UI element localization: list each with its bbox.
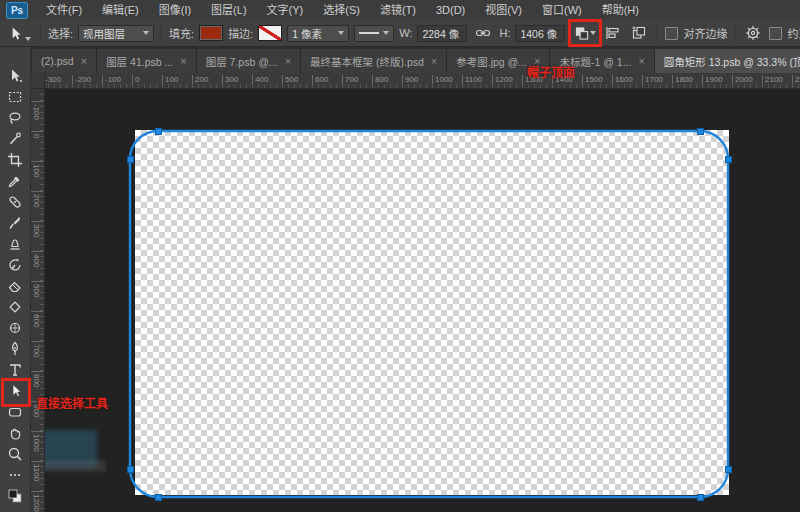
path-operations-button[interactable] — [574, 23, 596, 43]
tool-icon — [7, 68, 23, 84]
menu-item[interactable]: 帮助(H) — [592, 0, 649, 20]
path-anchor-point[interactable] — [155, 494, 162, 501]
hand-tool[interactable] — [0, 422, 30, 443]
crop-tool[interactable] — [0, 149, 30, 170]
tool-options-bar: 选择: 现用图层 填充: 描边: 1 像素 W: 2284 像 H: 1406 … — [0, 20, 800, 47]
path-anchor-point[interactable] — [697, 494, 704, 501]
menu-item[interactable]: 3D(D) — [426, 0, 475, 20]
path-anchor-point[interactable] — [725, 466, 732, 473]
ruler-tick-label: 800 — [32, 371, 41, 387]
align-edges-checkbox[interactable] — [665, 27, 678, 40]
align-edges-label: 对齐边缘 — [683, 25, 727, 41]
path-anchor-point[interactable] — [127, 466, 134, 473]
chevron-down-icon — [383, 31, 389, 35]
link-dimensions-button[interactable] — [472, 23, 494, 43]
foreground-background-swatches[interactable] — [0, 485, 30, 506]
fill-color-swatch[interactable] — [199, 25, 223, 41]
canvas-transparency-checkerboard[interactable] — [135, 130, 729, 495]
stroke-width-value: 1 像素 — [292, 26, 322, 41]
ruler-tick-label: 800 — [372, 75, 388, 85]
ruler-tick-label: 1800 — [672, 75, 693, 85]
close-icon[interactable]: × — [180, 55, 186, 67]
menu-bar: Ps 文件(F)编辑(E)图像(I)图层(L)文字(Y)选择(S)滤镜(T)3D… — [0, 0, 800, 21]
path-anchor-point[interactable] — [697, 128, 704, 135]
ruler-tick-label: 700 — [32, 341, 41, 357]
geometry-options-button[interactable] — [742, 23, 764, 43]
tool-icon — [7, 215, 23, 231]
zoom-tool[interactable] — [0, 443, 30, 464]
photoshop-logo[interactable]: Ps — [6, 2, 28, 19]
menu-item[interactable]: 选择(S) — [313, 0, 370, 20]
path-alignment-button[interactable] — [601, 23, 623, 43]
menu-item[interactable]: 编辑(E) — [92, 0, 149, 20]
ruler-tick-label: 1200 — [492, 75, 513, 85]
current-tool-button[interactable] — [6, 26, 33, 41]
horizontal-ruler[interactable]: -300-200-1000100200300400500600700800900… — [30, 73, 800, 89]
direct-selection-tool[interactable] — [0, 380, 30, 401]
shape-height-input[interactable]: 1406 像 — [515, 25, 565, 42]
menu-items: 文件(F)编辑(E)图像(I)图层(L)文字(Y)选择(S)滤镜(T)3D(D)… — [36, 0, 649, 20]
history-brush-tool[interactable] — [0, 254, 30, 275]
dodge-tool[interactable] — [0, 317, 30, 338]
close-icon[interactable]: × — [638, 55, 644, 67]
constrain-path-dragging-checkbox[interactable] — [769, 27, 782, 40]
tool-icon — [7, 488, 23, 504]
stroke-type-dropdown[interactable] — [354, 25, 394, 42]
width-label: W: — [399, 27, 412, 39]
document-tab[interactable]: 图层 41.psb ... × — [97, 49, 197, 73]
ruler-tick-label: 2200 — [792, 75, 800, 85]
menu-item[interactable]: 文字(Y) — [257, 0, 314, 20]
chain-link-icon — [475, 25, 491, 41]
document-tab[interactable]: 最终基本框架 (终版).psd × — [301, 49, 447, 73]
ruler-tick-label: 2100 — [762, 75, 783, 85]
path-anchor-point[interactable] — [127, 156, 134, 163]
ruler-tick-label: 1200 — [32, 491, 41, 512]
menu-item[interactable]: 视图(V) — [475, 0, 532, 20]
path-arrangement-icon — [631, 25, 647, 41]
spot-healing-brush-tool[interactable] — [0, 191, 30, 212]
ruler-tick-label: 1000 — [32, 431, 41, 452]
path-anchor-point[interactable] — [155, 128, 162, 135]
lasso-tool[interactable] — [0, 107, 30, 128]
ruler-tick-label: 300 — [32, 221, 41, 237]
menu-item[interactable]: 文件(F) — [36, 0, 92, 20]
rectangular-marquee-tool[interactable] — [0, 86, 30, 107]
pen-tool[interactable] — [0, 338, 30, 359]
document-tab[interactable]: 圆角矩形 13.psb @ 33.3% (顶盖 拷贝, RGB/8) × — [655, 49, 800, 73]
shape-width-input[interactable]: 2284 像 — [417, 25, 467, 42]
ruler-tick-label: 0 — [32, 131, 41, 138]
toolbar-ellipsis[interactable] — [0, 464, 30, 485]
move-tool[interactable] — [0, 65, 30, 86]
tool-icon — [7, 320, 23, 336]
menu-item[interactable]: 窗口(W) — [532, 0, 592, 20]
stroke-width-dropdown[interactable]: 1 像素 — [287, 25, 349, 42]
path-arrangement-button[interactable] — [628, 23, 650, 43]
brush-tool[interactable] — [0, 212, 30, 233]
menu-item[interactable]: 滤镜(T) — [370, 0, 426, 20]
eyedropper-tool[interactable] — [0, 170, 30, 191]
tool-icon — [7, 236, 23, 252]
quick-selection-tool[interactable] — [0, 128, 30, 149]
ruler-origin-corner[interactable] — [30, 73, 45, 89]
type-tool[interactable] — [0, 359, 30, 380]
vertical-ruler[interactable]: -100010020030040050060070080090010001100… — [30, 88, 45, 512]
eraser-tool[interactable] — [0, 275, 30, 296]
stroke-label: 描边: — [228, 25, 253, 41]
clone-stamp-tool[interactable] — [0, 233, 30, 254]
document-tab[interactable]: (2).psd × — [32, 49, 97, 73]
menu-item[interactable]: 图像(I) — [149, 0, 201, 20]
chevron-down-icon — [25, 37, 31, 41]
select-label: 选择: — [48, 25, 73, 41]
close-icon[interactable]: × — [285, 55, 291, 67]
shape-height-value: 1406 像 — [520, 26, 557, 41]
menu-item[interactable]: 图层(L) — [201, 0, 256, 20]
gear-icon — [745, 25, 761, 41]
close-icon[interactable]: × — [431, 55, 437, 67]
document-tab[interactable]: 图层 7.psb @... × — [197, 49, 301, 73]
stroke-color-swatch[interactable] — [258, 25, 282, 41]
annotation-highlight-box — [568, 19, 602, 47]
path-anchor-point[interactable] — [725, 156, 732, 163]
gradient-tool[interactable] — [0, 296, 30, 317]
close-icon[interactable]: × — [81, 55, 87, 67]
select-mode-dropdown[interactable]: 现用图层 — [78, 25, 154, 42]
